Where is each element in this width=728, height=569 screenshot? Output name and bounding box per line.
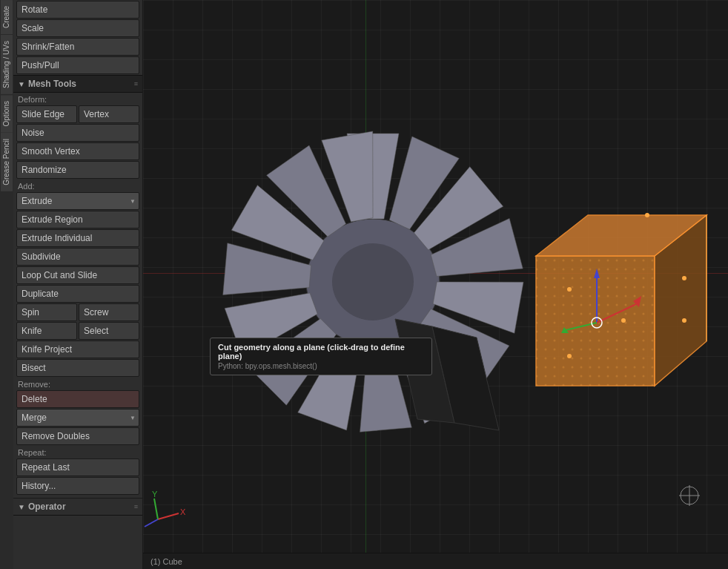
slide-edge-button[interactable]: Slide Edge bbox=[16, 105, 77, 123]
main-layout: Create Shading / UVs Options Grease Penc… bbox=[0, 0, 728, 569]
remove-label: Remove: bbox=[13, 378, 142, 389]
knife-button[interactable]: Knife bbox=[16, 322, 77, 340]
svg-line-41 bbox=[158, 513, 179, 519]
operator-collapse-icon: ≡ bbox=[134, 503, 138, 510]
mesh-tools-collapse-icon: ≡ bbox=[134, 80, 138, 88]
grease-pencil-tab[interactable]: Grease Pencil bbox=[1, 133, 13, 191]
push-pull-button[interactable]: Push/Pull bbox=[16, 56, 139, 74]
vertical-tabs-panel: Create Shading / UVs Options Grease Penc… bbox=[0, 0, 13, 569]
history-button[interactable]: History... bbox=[16, 477, 139, 495]
svg-text:X: X bbox=[180, 507, 186, 516]
merge-select[interactable]: Merge Collapse By Distance bbox=[16, 409, 139, 427]
operator-header[interactable]: ▼ Operator ≡ bbox=[13, 498, 142, 516]
mesh-tools-label: Mesh Tools bbox=[28, 79, 76, 89]
svg-point-36 bbox=[645, 213, 649, 217]
rotate-button[interactable]: Rotate bbox=[16, 1, 139, 19]
3d-viewport[interactable]: X Y Z Cut geometry along a plane (click-… bbox=[143, 0, 728, 569]
svg-point-32 bbox=[567, 354, 572, 358]
randomize-button[interactable]: Randomize bbox=[16, 161, 139, 179]
merge-select-wrap[interactable]: Merge Collapse By Distance bbox=[16, 409, 139, 427]
svg-point-33 bbox=[621, 318, 626, 323]
options-tab[interactable]: Options bbox=[1, 95, 13, 132]
deform-label: Deform: bbox=[13, 93, 142, 105]
mesh-tools-header[interactable]: ▼ Mesh Tools ≡ bbox=[13, 75, 142, 93]
delete-button[interactable]: Delete bbox=[16, 390, 139, 408]
repeat-label: Repeat: bbox=[13, 446, 142, 458]
knife-project-button[interactable]: Knife Project bbox=[16, 341, 139, 358]
vertex-button[interactable]: Vertex bbox=[79, 105, 139, 123]
knife-select-row: Knife Select bbox=[16, 322, 139, 340]
3d-scene-svg: X Y Z bbox=[143, 0, 728, 553]
loop-cut-slide-button[interactable]: Loop Cut and Slide bbox=[16, 266, 139, 284]
extrude-select-wrap[interactable]: Extrude Extrude Along Normals Extrude In… bbox=[16, 192, 139, 210]
extrude-select[interactable]: Extrude Extrude Along Normals Extrude In… bbox=[16, 192, 139, 210]
spin-screw-row: Spin Screw bbox=[16, 303, 139, 321]
bisect-button[interactable]: Bisect bbox=[16, 359, 139, 377]
scale-button[interactable]: Scale bbox=[16, 19, 139, 37]
noise-button[interactable]: Noise bbox=[16, 124, 139, 142]
slide-edge-vertex-row: Slide Edge Vertex bbox=[16, 105, 139, 123]
add-label: Add: bbox=[13, 180, 142, 191]
subdivide-button[interactable]: Subdivide bbox=[16, 248, 139, 266]
extrude-individual-button[interactable]: Extrude Individual bbox=[16, 229, 139, 247]
select-button[interactable]: Select bbox=[79, 322, 139, 340]
extrude-region-button[interactable]: Extrude Region bbox=[16, 211, 139, 228]
operator-arrow: ▼ bbox=[18, 503, 25, 511]
viewport-crosshair bbox=[679, 485, 700, 506]
sidebar-panel: Rotate Scale Shrink/Fatten Push/Pull ▼ M… bbox=[13, 0, 143, 569]
svg-line-45 bbox=[145, 519, 158, 527]
screw-button[interactable]: Screw bbox=[79, 303, 139, 321]
shading-uvs-tab[interactable]: Shading / UVs bbox=[1, 35, 13, 94]
spin-button[interactable]: Spin bbox=[16, 303, 77, 321]
repeat-last-button[interactable]: Repeat Last bbox=[16, 458, 139, 476]
svg-point-31 bbox=[567, 287, 572, 292]
create-tab[interactable]: Create bbox=[1, 0, 13, 34]
status-bar: (1) Cube bbox=[143, 553, 728, 569]
selected-object-label: (1) Cube bbox=[150, 557, 182, 566]
axis-widget: X Y Z bbox=[143, 490, 186, 533]
smooth-vertex-button[interactable]: Smooth Vertex bbox=[16, 142, 139, 160]
svg-point-35 bbox=[682, 318, 686, 323]
shrink-fatten-button[interactable]: Shrink/Fatten bbox=[16, 38, 139, 56]
svg-point-34 bbox=[682, 276, 686, 280]
svg-text:Y: Y bbox=[152, 490, 158, 499]
svg-line-43 bbox=[154, 499, 158, 519]
remove-doubles-button[interactable]: Remove Doubles bbox=[16, 427, 139, 445]
svg-point-16 bbox=[332, 243, 414, 320]
duplicate-button[interactable]: Duplicate bbox=[16, 285, 139, 303]
mesh-tools-arrow: ▼ bbox=[18, 80, 25, 88]
operator-label: Operator bbox=[28, 501, 66, 512]
